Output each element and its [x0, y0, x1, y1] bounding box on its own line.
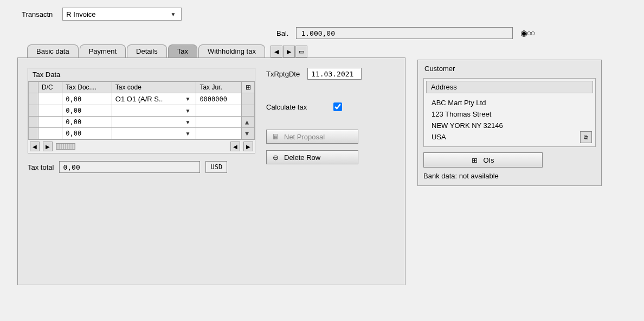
balance-label: Bal. — [276, 29, 288, 37]
chevron-down-icon: ▼ — [183, 119, 192, 125]
tab-list-button[interactable]: ▭ — [295, 46, 307, 57]
tax-total-field[interactable] — [59, 161, 200, 173]
grid-scroll-right-2[interactable]: ▶ — [243, 142, 253, 151]
chevron-down-icon: ▼ — [183, 131, 192, 137]
tab-details[interactable]: Details — [127, 44, 167, 57]
tax-total-unit: USD — [205, 161, 227, 173]
row-selector[interactable] — [29, 105, 38, 117]
row-selector[interactable] — [29, 128, 38, 139]
delete-row-button[interactable]: ⊖ Delete Row — [266, 150, 358, 164]
grid-scroll-left[interactable]: ◀ — [30, 142, 40, 151]
address-line: NEW YORK NY 32146 — [432, 121, 588, 130]
chevron-down-icon: ▼ — [183, 108, 192, 114]
grid-vscroll[interactable]: ▲ — [242, 117, 255, 128]
grid-footer: ◀ ▶ ◀ ▶ — [28, 139, 255, 153]
tab-withholding-tax[interactable]: Withholding tax — [198, 44, 265, 57]
ois-button[interactable]: ⊞ OIs — [423, 152, 543, 168]
cell-tax-code[interactable]: ▼ — [112, 128, 196, 139]
tax-total-label: Tax total — [28, 163, 54, 171]
grid-vscroll[interactable] — [242, 93, 255, 105]
transaction-label: Transactn — [22, 10, 53, 18]
calculate-tax-label: Calculate tax — [266, 103, 326, 111]
cell-dc[interactable] — [38, 105, 62, 117]
traffic-light-icon: ◉○○ — [520, 28, 534, 38]
delete-row-label: Delete Row — [284, 153, 320, 162]
col-tax-code[interactable]: Tax code — [112, 82, 196, 93]
col-dc[interactable]: D/C — [38, 82, 62, 93]
tab-tax[interactable]: Tax — [168, 44, 197, 57]
cell-tax-doc[interactable]: 0,00 — [62, 105, 112, 117]
cell-tax-jur[interactable]: 0000000 — [196, 93, 242, 105]
tab-scroll-right[interactable]: ▶ — [283, 46, 295, 57]
cell-tax-jur[interactable] — [196, 117, 242, 128]
transaction-value: R Invoice — [66, 10, 168, 18]
cell-tax-doc[interactable]: 0,00 — [62, 93, 112, 105]
grid-select-all[interactable] — [29, 82, 38, 93]
txrptgdte-label: TxRptgDte — [266, 70, 300, 78]
customer-address-header: Address — [426, 81, 593, 93]
grid-scroll-right[interactable]: ▶ — [43, 142, 53, 151]
col-tax-jur[interactable]: Tax Jur. — [196, 82, 242, 93]
tab-basic-data[interactable]: Basic data — [27, 44, 79, 57]
ois-icon: ⊞ — [472, 156, 478, 164]
grid-drag-handle[interactable] — [56, 143, 75, 150]
tab-payment[interactable]: Payment — [80, 44, 126, 57]
calculate-tax-checkbox[interactable] — [333, 102, 342, 111]
cell-dc[interactable] — [38, 117, 62, 128]
cell-tax-code[interactable]: ▼ — [112, 117, 196, 128]
table-row: 0,00▼▲ — [29, 117, 255, 128]
cell-dc[interactable] — [38, 128, 62, 139]
row-selector[interactable] — [29, 117, 38, 128]
grid-vscroll[interactable]: ▼ — [242, 128, 255, 139]
address-line: ABC Mart Pty Ltd — [432, 99, 588, 107]
grid-config-icon[interactable]: ⊞ — [242, 82, 255, 93]
net-proposal-label: Net Proposal — [284, 133, 325, 141]
col-tax-doc[interactable]: Tax Doc.... — [62, 82, 112, 93]
address-line: USA — [432, 133, 588, 141]
customer-panel: Customer Address ABC Mart Pty Ltd123 Tho… — [417, 60, 602, 186]
ois-label: OIs — [483, 156, 494, 164]
txrptgdte-field[interactable] — [307, 68, 362, 80]
cell-tax-jur[interactable] — [196, 128, 242, 139]
cell-tax-doc[interactable]: 0,00 — [62, 117, 112, 128]
row-selector[interactable] — [29, 93, 38, 105]
delete-row-icon: ⊖ — [271, 153, 280, 162]
cell-dc[interactable] — [38, 93, 62, 105]
bank-data-note: Bank data: not available — [423, 172, 596, 180]
table-row: 0,00▼▼ — [29, 128, 255, 139]
tab-strip: Basic data Payment Details Tax Withholdi… — [27, 44, 405, 57]
customer-panel-title: Customer — [421, 63, 598, 74]
address-detail-icon[interactable]: ⧉ — [580, 131, 592, 143]
transaction-dropdown[interactable]: R Invoice ▼ — [62, 8, 182, 21]
address-line: 123 Thomas Street — [432, 110, 588, 118]
balance-field[interactable] — [296, 27, 513, 39]
cell-tax-code[interactable]: O1 O1 (A/R S..▼ — [112, 93, 196, 105]
cell-tax-code[interactable]: ▼ — [112, 105, 196, 117]
tab-scroll-left[interactable]: ◀ — [271, 46, 282, 57]
cell-tax-doc[interactable]: 0,00 — [62, 128, 112, 139]
calculator-icon: 🖩 — [271, 133, 280, 141]
chevron-down-icon: ▼ — [183, 96, 192, 102]
grid-scroll-left-2[interactable]: ◀ — [230, 142, 240, 151]
chevron-down-icon: ▼ — [168, 11, 178, 17]
tax-data-grid: D/C Tax Doc.... Tax code Tax Jur. ⊞ 0,00… — [28, 81, 255, 139]
table-row: 0,00▼ — [29, 105, 255, 117]
net-proposal-button[interactable]: 🖩 Net Proposal — [266, 130, 358, 144]
grid-vscroll[interactable] — [242, 105, 255, 117]
tab-body-tax: Tax Data D/C Tax Doc.... Tax code Tax Ju… — [17, 57, 405, 285]
customer-address-block: Address ABC Mart Pty Ltd123 Thomas Stree… — [423, 78, 596, 147]
tax-data-panel: Tax Data D/C Tax Doc.... Tax code Tax Ju… — [28, 68, 255, 153]
tax-data-title: Tax Data — [28, 68, 255, 81]
cell-tax-jur[interactable] — [196, 105, 242, 117]
table-row: 0,00O1 O1 (A/R S..▼0000000 — [29, 93, 255, 105]
